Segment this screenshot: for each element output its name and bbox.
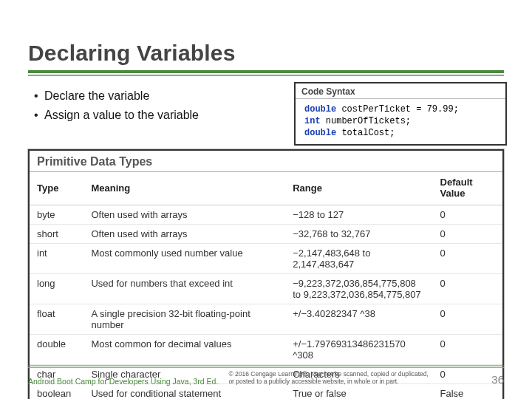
slide-footer: Android Boot Camp for Developers Using J… [28,371,504,386]
cell-meaning: Often used with arrays [83,205,285,225]
table-row: int Most commonly used number value −2,1… [30,244,502,274]
table-row: float A single precision 32-bit floating… [30,304,502,335]
code-syntax-box: Code Syntax double costPerTicket = 79.99… [294,82,507,146]
code-keyword: double [304,128,336,138]
cell-type: float [30,304,83,335]
cell-default: 0 [433,205,502,225]
code-keyword: int [304,116,321,126]
slide-title: Declaring Variables [28,41,504,67]
cell-meaning: Used for numbers that exceed int [83,274,285,304]
content-area: Declare the variable Assign a value to t… [28,86,504,399]
footer-rule-green [28,365,504,366]
col-type: Type [30,172,83,205]
copyright-line: or posted to a publicly accessible websi… [228,378,398,385]
book-title: Android Boot Camp for Developers Using J… [28,377,218,386]
cell-range: +/−3.40282347 ^38 [285,304,432,335]
table-row: byte Often used with arrays −128 to 127 … [30,205,502,225]
table-row: short Often used with arrays −32,768 to … [30,225,502,244]
table-row: long Used for numbers that exceed int −9… [30,274,502,304]
cell-default: 0 [433,225,502,244]
col-default: Default Value [433,172,502,205]
cell-type: long [30,274,83,304]
cell-range: −9,223,372,036,854,775,808 to 9,223,372,… [285,274,432,304]
cell-range: −2,147,483,648 to 2,147,483,647 [285,244,432,274]
cell-meaning: Most commonly used number value [83,244,285,274]
cell-meaning: Used for conditional statement [83,384,285,399]
cell-type: boolean [30,384,83,399]
cell-meaning: Often used with arrays [83,225,285,244]
cell-type: double [30,335,83,365]
code-rest: costPerTicket = 79.99; [336,104,459,115]
cell-range: +/−1.79769313486231570 ^308 [285,335,432,365]
cell-default: 0 [433,244,502,274]
copyright-text: © 2016 Cengage Learning®. May not be sca… [228,371,481,386]
col-meaning: Meaning [83,172,285,205]
cell-default: 0 [433,335,502,365]
table-row: double Most common for decimal values +/… [30,335,502,365]
slide: Declaring Variables Declare the variable… [0,0,532,399]
cell-range: True or false [285,384,432,399]
cell-type: byte [30,205,83,225]
table-header-row: Type Meaning Range Default Value [30,172,502,205]
page-number: 36 [491,373,504,386]
copyright-line: © 2016 Cengage Learning®. May not be sca… [228,370,429,378]
cell-default: 0 [433,274,502,304]
code-rest: totalCost; [336,128,395,138]
title-rule-green [28,70,504,73]
cell-meaning: A single precision 32-bit floating-point… [83,304,285,335]
code-block: double costPerTicket = 79.99; int number… [296,99,505,141]
cell-meaning: Most common for decimal values [83,335,285,365]
primitive-types-table: Primitive Data Types Type Meaning Range … [28,149,504,399]
footer-rule-slate [28,367,504,368]
code-rest: numberOfTickets; [321,116,411,126]
table-row: boolean Used for conditional statement T… [30,384,502,399]
code-keyword: double [304,104,336,115]
title-rule-slate [28,75,504,76]
table-title: Primitive Data Types [30,151,502,172]
cell-type: short [30,225,83,244]
cell-range: −128 to 127 [285,205,432,225]
cell-default: False [433,384,502,399]
cell-default: 0 [433,304,502,335]
cell-type: int [30,244,83,274]
cell-range: −32,768 to 32,767 [285,225,432,244]
code-syntax-heading: Code Syntax [296,85,505,99]
col-range: Range [285,172,432,205]
